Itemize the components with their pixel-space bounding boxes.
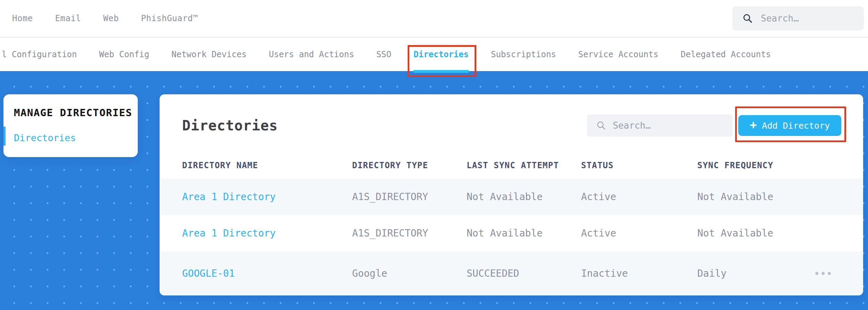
add-directory-button[interactable]: + Add Directory xyxy=(738,115,841,136)
cell-directory-name-link[interactable]: Area 1 Directory xyxy=(182,191,352,203)
cell-directory-type: A1S_DIRECTORY xyxy=(352,227,467,239)
search-icon xyxy=(596,120,606,131)
row-actions-menu-button[interactable] xyxy=(815,272,863,275)
global-search[interactable] xyxy=(732,6,864,31)
top-navigation: HomeEmailWebPhishGuard™ xyxy=(12,0,198,37)
tab-network-devices[interactable]: Network Devices xyxy=(171,37,247,71)
tab-label: SSO xyxy=(376,50,391,59)
plus-icon: + xyxy=(750,118,757,132)
tab-label: Users and Actions xyxy=(269,50,354,59)
tab-label: Service Accounts xyxy=(578,50,658,59)
table-row: Area 1 DirectoryA1S_DIRECTORYNot Availab… xyxy=(160,215,863,251)
page-title: Directories xyxy=(182,118,278,134)
cell-directory-name-link[interactable]: Area 1 Directory xyxy=(182,227,352,239)
tab-label: Web Config xyxy=(99,50,150,59)
sidebar-item-directories[interactable]: Directories xyxy=(14,132,138,143)
ellipsis-dot xyxy=(815,272,818,275)
cell-last-sync-attempt: Not Available xyxy=(467,191,581,203)
directories-search-input[interactable] xyxy=(613,120,733,131)
search-icon xyxy=(742,13,753,24)
cell-sync-frequency: Not Available xyxy=(697,227,815,239)
tab-subscriptions[interactable]: Subscriptions xyxy=(491,37,556,71)
cell-status: Active xyxy=(581,191,697,203)
cell-status: Active xyxy=(581,227,697,239)
topnav-item-home[interactable]: Home xyxy=(12,14,33,23)
table-row: GOOGLE-01GoogleSUCCEEDEDInactiveDaily xyxy=(160,251,863,295)
cell-directory-name-link[interactable]: GOOGLE-01 xyxy=(182,268,352,279)
directories-table: Area 1 DirectoryA1S_DIRECTORYNot Availab… xyxy=(160,179,863,295)
topnav-item-email[interactable]: Email xyxy=(55,14,81,23)
topnav-item-web[interactable]: Web xyxy=(103,14,119,23)
tab-label: Delegated Accounts xyxy=(681,50,771,59)
tab-label: l Configuration xyxy=(2,50,77,59)
column-header-last-sync-attempt: LAST SYNC ATTEMPT xyxy=(467,161,581,170)
cell-last-sync-attempt: SUCCEEDED xyxy=(467,268,581,279)
ellipsis-dot xyxy=(822,272,825,275)
add-directory-label: Add Directory xyxy=(762,121,830,131)
section-tabs: l ConfigurationWeb ConfigNetwork Devices… xyxy=(0,37,868,71)
manage-directories-card: MANAGE DIRECTORIES Directories xyxy=(3,94,138,157)
directories-search[interactable] xyxy=(587,114,733,137)
ellipsis-dot xyxy=(828,272,831,275)
cell-directory-type: A1S_DIRECTORY xyxy=(352,191,467,203)
cell-sync-frequency: Daily xyxy=(697,268,815,279)
column-header-directory-name: DIRECTORY NAME xyxy=(182,161,352,170)
tab-label: Subscriptions xyxy=(491,50,556,59)
table-row: Area 1 DirectoryA1S_DIRECTORYNot Availab… xyxy=(160,179,863,215)
active-item-bar xyxy=(3,127,6,146)
tab-sso[interactable]: SSO xyxy=(376,37,391,71)
tab-web-config[interactable]: Web Config xyxy=(99,37,150,71)
tab-label: Directories xyxy=(414,50,469,59)
column-header-directory-type: DIRECTORY TYPE xyxy=(352,161,467,170)
column-header-sync-frequency: SYNC FREQUENCY xyxy=(697,161,815,170)
panel-header: Directories + Add Directory xyxy=(160,94,863,150)
card-title: MANAGE DIRECTORIES xyxy=(14,107,138,119)
tab-directories[interactable]: Directories xyxy=(414,37,469,71)
tab-service-accounts[interactable]: Service Accounts xyxy=(578,37,658,71)
global-search-input[interactable] xyxy=(761,13,864,24)
topnav-item-phishguard-[interactable]: PhishGuard™ xyxy=(141,14,198,23)
cell-sync-frequency: Not Available xyxy=(697,191,815,203)
cell-directory-type: Google xyxy=(352,268,467,279)
directories-panel: Directories + Add Directory DIRECTORY NA… xyxy=(160,94,863,295)
content-background: MANAGE DIRECTORIES Directories Directori… xyxy=(0,71,868,310)
column-header-status: STATUS xyxy=(581,161,697,170)
tab-label: Network Devices xyxy=(171,50,247,59)
cell-last-sync-attempt: Not Available xyxy=(467,227,581,239)
cell-status: Inactive xyxy=(581,268,697,279)
tab-delegated-accounts[interactable]: Delegated Accounts xyxy=(681,37,771,71)
active-tab-underline xyxy=(414,70,469,73)
tab-l-configuration[interactable]: l Configuration xyxy=(2,37,77,71)
top-bar: HomeEmailWebPhishGuard™ xyxy=(0,0,868,37)
tab-users-and-actions[interactable]: Users and Actions xyxy=(269,37,354,71)
table-header-row: DIRECTORY NAMEDIRECTORY TYPELAST SYNC AT… xyxy=(160,152,863,179)
